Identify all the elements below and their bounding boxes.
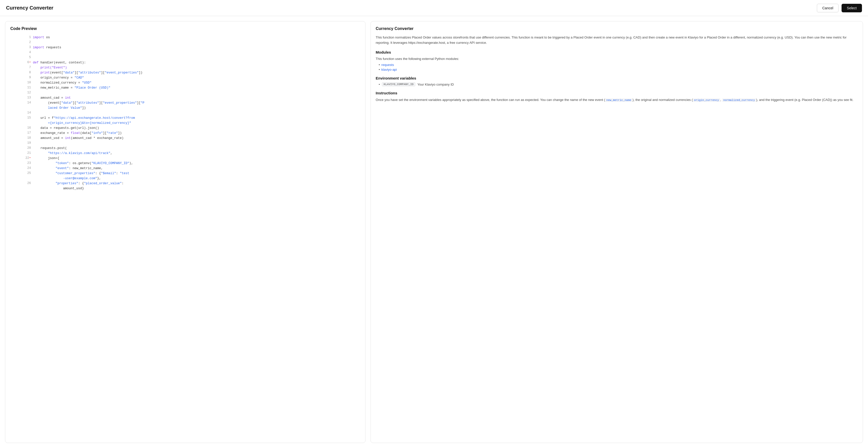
line-number xyxy=(10,186,32,191)
code-text: print(event["data"]["attributes"]["event… xyxy=(32,70,360,75)
code-text xyxy=(32,110,360,115)
line-number: 12 xyxy=(10,90,32,95)
code-text: import requests xyxy=(32,45,360,50)
code-line: 8 print(event["data"]["attributes"]["eve… xyxy=(10,70,360,75)
line-number: 3 xyxy=(10,45,32,50)
readme-env-section: Environment variables KLAVIYO_COMPANY_ID… xyxy=(376,76,858,86)
instructions-text: Once you have set the environment variab… xyxy=(376,97,858,103)
code-line: 2 xyxy=(10,40,360,45)
line-number xyxy=(10,120,32,126)
module-link[interactable]: klaviyo-api xyxy=(381,68,397,71)
code-line: 5 xyxy=(10,55,360,60)
line-number: 25 xyxy=(10,171,32,176)
code-preview-title: Code Preview xyxy=(10,27,360,31)
code-line: -user@example.com"}, xyxy=(10,176,360,181)
select-button[interactable]: Select xyxy=(842,4,862,12)
line-number: 22• xyxy=(10,156,32,161)
modules-desc: This function uses the following externa… xyxy=(376,56,858,62)
readme-modules-section: Modules This function uses the following… xyxy=(376,50,858,72)
line-number: 15 xyxy=(10,115,32,120)
module-link[interactable]: requests xyxy=(381,63,394,67)
env-badge: KLAVIYO_COMPANY_ID xyxy=(382,82,415,86)
code-text: url = f"https://api.exchangerate.host/co… xyxy=(32,115,360,120)
code-text xyxy=(32,141,360,146)
code-line: 17 exchange_rate = float(data["info"]["r… xyxy=(10,131,360,136)
line-number: 21 xyxy=(10,151,32,156)
line-number: 5 xyxy=(10,55,32,60)
code-text: amount_usd = int(amount_cad * exchange_r… xyxy=(32,136,360,141)
code-line: 15 url = f"https://api.exchangerate.host… xyxy=(10,115,360,120)
line-number: 14 xyxy=(10,100,32,105)
code-text xyxy=(32,90,360,95)
line-number: 14 xyxy=(10,110,32,115)
line-number: 2 xyxy=(10,40,32,45)
code-text: amount_cad = int xyxy=(32,95,360,100)
line-number: 4 xyxy=(10,50,32,55)
env-title: Environment variables xyxy=(376,76,858,80)
line-number: 16 xyxy=(10,126,32,131)
code-line: amount_usd} xyxy=(10,186,360,191)
page-title: Currency Converter xyxy=(6,5,53,11)
code-line: 10 normalized_currency = "USD" xyxy=(10,80,360,85)
code-text: ={origin_currency}&to={normalized_curren… xyxy=(32,120,360,126)
line-number: 24 xyxy=(10,166,32,171)
line-number: 23 xyxy=(10,161,32,166)
line-number: 7 xyxy=(10,65,32,70)
code-text: data = requests.get(url).json() xyxy=(32,126,360,131)
code-line: 26 "properties": {"placed_order_value": xyxy=(10,181,360,186)
code-text: def handler(event, context): xyxy=(32,60,360,65)
line-number: 1 xyxy=(10,35,32,40)
inline-code-normalized: normalized_currency xyxy=(722,98,756,102)
code-text xyxy=(32,55,360,60)
code-text: (event["data"]["attributes"]["event_prop… xyxy=(32,100,360,105)
code-line: 6•def handler(event, context): xyxy=(10,60,360,65)
code-area[interactable]: 1import os2 3import requests4 5 6•def ha… xyxy=(10,35,360,438)
code-line: 3import requests xyxy=(10,45,360,50)
line-number: 8 xyxy=(10,70,32,75)
code-line: 16 data = requests.get(url).json() xyxy=(10,126,360,131)
line-number: 6• xyxy=(10,60,32,65)
code-line: 25 "customer_properties": {"$email": "te… xyxy=(10,171,360,176)
code-preview-panel: Code Preview 1import os2 3import request… xyxy=(5,21,366,443)
readme-instructions-section: Instructions Once you have set the envir… xyxy=(376,91,858,103)
code-text: print("Event") xyxy=(32,65,360,70)
code-text: import os xyxy=(32,35,360,40)
code-line: 24 "event": new_metric_name, xyxy=(10,166,360,171)
line-number: 11 xyxy=(10,85,32,90)
code-line: 22• json={ xyxy=(10,156,360,161)
line-number xyxy=(10,176,32,181)
module-item: klaviyo-api xyxy=(379,68,858,71)
env-desc: Your Klaviyo company ID xyxy=(417,82,454,86)
code-text: "event": new_metric_name, xyxy=(32,166,360,171)
code-line: 18 amount_usd = int(amount_cad * exchang… xyxy=(10,136,360,141)
readme-description-section: This function normalizes Placed Order va… xyxy=(376,35,858,45)
modules-list: requestsklaviyo-api xyxy=(376,63,858,71)
code-text: new_metric_name = "Place Order (USD)" xyxy=(32,85,360,90)
code-text: -user@example.com"}, xyxy=(32,176,360,181)
code-text: "customer_properties": {"$email": "test xyxy=(32,171,360,176)
env-item: KLAVIYO_COMPANY_IDYour Klaviyo company I… xyxy=(379,82,858,86)
code-text: origin_currency = "CAD" xyxy=(32,75,360,80)
line-number: 10 xyxy=(10,80,32,85)
instructions-title: Instructions xyxy=(376,91,858,95)
code-line: 13 amount_cad = int xyxy=(10,95,360,100)
inline-code-origin: origin_currency xyxy=(693,98,720,102)
code-line: 14 (event["data"]["attributes"]["event_p… xyxy=(10,100,360,105)
code-table: 1import os2 3import requests4 5 6•def ha… xyxy=(10,35,360,191)
cancel-button[interactable]: Cancel xyxy=(817,4,839,12)
header: Currency Converter Cancel Select xyxy=(0,0,868,16)
code-line: 12 xyxy=(10,90,360,95)
code-text: json={ xyxy=(32,156,360,161)
main-content: Code Preview 1import os2 3import request… xyxy=(0,16,868,448)
code-text: laced Order Value"]) xyxy=(32,105,360,110)
code-text: requests.post( xyxy=(32,146,360,151)
readme-section-title: Currency Converter xyxy=(376,27,858,31)
code-text: "properties": {"placed_order_value": xyxy=(32,181,360,186)
code-text: "https://a.klaviyo.com/api/track", xyxy=(32,151,360,156)
code-text xyxy=(32,50,360,55)
code-text: normalized_currency = "USD" xyxy=(32,80,360,85)
line-number xyxy=(10,105,32,110)
code-text: exchange_rate = float(data["info"]["rate… xyxy=(32,131,360,136)
line-number: 19 xyxy=(10,141,32,146)
modules-title: Modules xyxy=(376,50,858,55)
